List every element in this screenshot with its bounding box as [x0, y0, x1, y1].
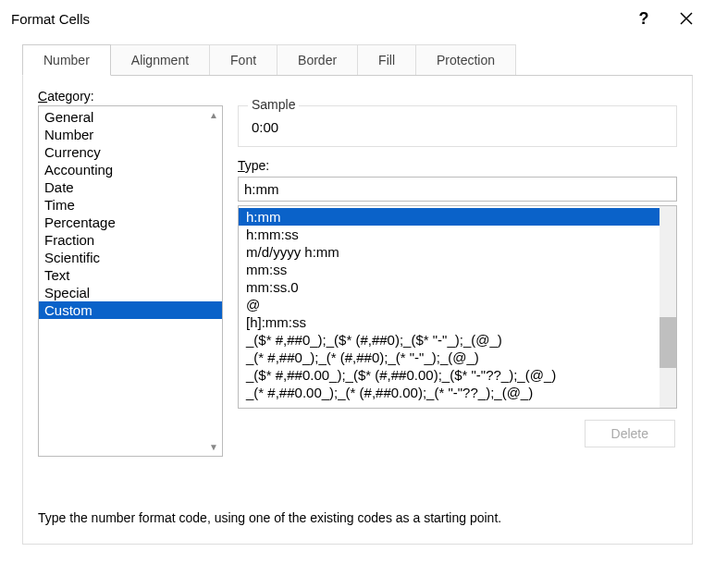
type-item[interactable]: _($* #,##0.00_);_($* (#,##0.00);_($* "-"…: [239, 366, 676, 384]
scroll-up-icon[interactable]: ▲: [209, 110, 218, 120]
tab-font[interactable]: Font: [209, 44, 277, 76]
type-item[interactable]: mm:ss.0: [239, 278, 676, 296]
tabs: Number Alignment Font Border Fill Protec…: [22, 44, 693, 76]
hint-text: Type the number format code, using one o…: [38, 510, 677, 525]
type-item[interactable]: _($* #,##0_);_($* (#,##0);_($* "-"_);_(@…: [239, 331, 676, 349]
dialog-title: Format Cells: [11, 11, 623, 27]
category-item-time[interactable]: Time: [39, 196, 222, 214]
category-item-accounting[interactable]: Accounting: [39, 161, 222, 178]
titlebar: Format Cells ?: [0, 0, 715, 37]
type-item[interactable]: _(* #,##0.00_);_(* (#,##0.00);_(* "-"??_…: [239, 384, 676, 401]
tab-number[interactable]: Number: [22, 44, 111, 76]
tab-protection[interactable]: Protection: [415, 44, 516, 76]
close-button[interactable]: [665, 0, 708, 37]
tab-fill[interactable]: Fill: [357, 44, 416, 76]
scrollbar[interactable]: [660, 206, 676, 408]
category-item-scientific[interactable]: Scientific: [39, 249, 222, 266]
delete-button: Delete: [585, 420, 675, 447]
type-item[interactable]: h:mm:ss: [239, 226, 676, 243]
category-item-percentage[interactable]: Percentage: [39, 214, 222, 231]
category-item-general[interactable]: General: [39, 108, 222, 126]
tab-border[interactable]: Border: [277, 44, 358, 76]
type-label: Type:: [238, 158, 677, 173]
category-item-custom[interactable]: Custom: [39, 301, 222, 319]
type-item[interactable]: [h]:mm:ss: [239, 313, 676, 331]
type-item[interactable]: _(* #,##0_);_(* (#,##0);_(* "-"_);_(@_): [239, 349, 676, 366]
close-icon: [680, 12, 693, 25]
category-item-text[interactable]: Text: [39, 266, 222, 284]
scroll-down-icon[interactable]: ▼: [209, 442, 218, 452]
help-button[interactable]: ?: [623, 0, 665, 37]
type-item[interactable]: mm:ss: [239, 261, 676, 278]
type-listbox[interactable]: h:mm h:mm:ss m/d/yyyy h:mm mm:ss mm:ss.0…: [238, 205, 677, 409]
sample-group: Sample 0:00: [238, 105, 677, 147]
tab-alignment[interactable]: Alignment: [110, 44, 210, 76]
scrollbar-thumb[interactable]: [660, 317, 676, 368]
category-item-fraction[interactable]: Fraction: [39, 231, 222, 249]
sample-legend: Sample: [248, 97, 299, 112]
category-label: Category:: [38, 89, 677, 104]
type-item[interactable]: @: [239, 296, 676, 313]
sample-value: 0:00: [248, 112, 667, 139]
type-item[interactable]: m/d/yyyy h:mm: [239, 243, 676, 261]
type-input[interactable]: [238, 177, 677, 202]
category-item-special[interactable]: Special: [39, 284, 222, 301]
category-listbox[interactable]: ▲ General Number Currency Accounting Dat…: [38, 105, 223, 457]
category-item-date[interactable]: Date: [39, 178, 222, 196]
tab-panel-number: Category: ▲ General Number Currency Acco…: [22, 75, 693, 545]
category-item-currency[interactable]: Currency: [39, 143, 222, 161]
type-item[interactable]: h:mm: [239, 208, 676, 226]
format-cells-dialog: Format Cells ? Number Alignment Font Bor…: [0, 0, 715, 588]
category-item-number[interactable]: Number: [39, 126, 222, 143]
